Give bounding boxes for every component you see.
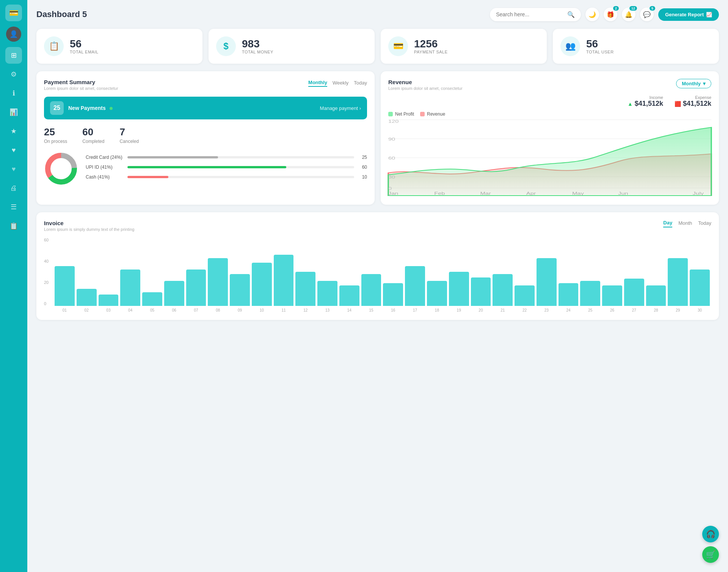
bell-btn[interactable]: 🔔 12 xyxy=(622,8,635,21)
donut-chart xyxy=(44,152,78,187)
stat-label-payment: PAYMENT SALE xyxy=(414,50,448,54)
invoice-bar xyxy=(690,270,710,306)
sidebar-item-dashboard[interactable]: ⊞ xyxy=(5,47,22,64)
invoice-x-label: 16 xyxy=(383,308,403,312)
invoice-x-label: 02 xyxy=(77,308,97,312)
invoice-bar xyxy=(142,292,162,306)
invoice-x-label: 15 xyxy=(361,308,381,312)
net-profit-dot xyxy=(388,112,393,116)
sidebar-item-print[interactable]: 🖨 xyxy=(5,180,22,196)
inv-tab-today[interactable]: Today xyxy=(698,220,711,227)
float-chat-btn[interactable]: 🎧 xyxy=(702,526,719,542)
page-title: Dashboard 5 xyxy=(36,9,490,19)
invoice-x-label: 08 xyxy=(208,308,228,312)
invoice-title: Invoice xyxy=(44,220,134,226)
invoice-x-label: 19 xyxy=(449,308,469,312)
inv-tab-month[interactable]: Month xyxy=(678,220,692,227)
sidebar-item-analytics[interactable]: 📊 xyxy=(5,104,22,121)
invoice-bar xyxy=(252,263,272,306)
stat-label-money: TOTAL MONEY xyxy=(242,50,273,54)
sidebar-item-list[interactable]: ☰ xyxy=(5,199,22,215)
svg-text:Jun: Jun xyxy=(618,191,628,196)
chevron-down-icon: ▾ xyxy=(703,81,706,86)
tab-today[interactable]: Today xyxy=(354,79,367,87)
chat-icon: 💬 xyxy=(643,11,651,18)
revenue-titles: Revenue Lorem ipsum dolor sit amet, cons… xyxy=(388,79,463,91)
report-icon: 📋 xyxy=(9,222,18,230)
invoice-x-label: 28 xyxy=(646,308,666,312)
bar-track-upi xyxy=(127,166,354,168)
stat-card-money: $ 983 TOTAL MONEY xyxy=(209,29,375,64)
invoice-bar xyxy=(624,279,644,306)
sidebar-item-liked[interactable]: ♥ xyxy=(5,142,22,158)
new-payments-left: 25 New Payments xyxy=(50,101,113,115)
invoice-bar xyxy=(537,258,557,306)
invoice-chart-container: 60 40 20 0 01020304050607080910111213141… xyxy=(44,238,711,312)
invoice-bar xyxy=(383,283,403,306)
sidebar-logo[interactable]: 💳 xyxy=(5,5,22,21)
sidebar-item-settings[interactable]: ⚙ xyxy=(5,66,22,83)
menu-icon: ☰ xyxy=(11,203,17,211)
stat-icon-email: 📋 xyxy=(44,36,64,56)
invoice-card: Invoice Lorem ipsum is simply dummy text… xyxy=(36,212,719,320)
sidebar-avatar[interactable]: 👤 xyxy=(6,27,21,42)
invoice-bar xyxy=(274,255,294,306)
inv-tab-day[interactable]: Day xyxy=(663,220,672,227)
invoice-bar xyxy=(427,281,447,306)
invoice-bar xyxy=(471,277,491,306)
invoice-x-label: 01 xyxy=(55,308,75,312)
invoice-bar xyxy=(580,281,600,306)
bar-track-cash xyxy=(127,176,354,178)
search-bar[interactable]: 🔍 xyxy=(490,8,581,21)
svg-text:60: 60 xyxy=(388,156,395,160)
revenue-dot xyxy=(420,112,425,116)
svg-text:Apr: Apr xyxy=(526,191,536,196)
payment-summary-card: Payment Summary Lorem ipsum dolor sit am… xyxy=(36,71,375,205)
sidebar-item-info[interactable]: ℹ xyxy=(5,85,22,102)
invoice-x-label: 25 xyxy=(580,308,600,312)
middle-row: Payment Summary Lorem ipsum dolor sit am… xyxy=(36,71,719,205)
search-input[interactable] xyxy=(496,11,564,17)
invoice-bar xyxy=(493,274,513,306)
pstat-num-canceled: 7 xyxy=(119,126,139,138)
pstat-canceled: 7 Canceled xyxy=(119,126,139,144)
invoice-x-label: 13 xyxy=(317,308,337,312)
revenue-monthly-dropdown[interactable]: Monthly ▾ xyxy=(676,79,711,88)
tab-weekly[interactable]: Weekly xyxy=(333,79,348,87)
sidebar-item-favorites[interactable]: ★ xyxy=(5,123,22,139)
invoice-x-label: 20 xyxy=(471,308,491,312)
float-cart-btn[interactable]: 🛒 xyxy=(702,546,719,563)
svg-text:Mar: Mar xyxy=(480,191,491,196)
payment-stats: 25 On process 60 Completed 7 Canceled xyxy=(44,126,367,144)
pstat-num-completed: 60 xyxy=(82,126,104,138)
theme-toggle-btn[interactable]: 🌙 xyxy=(585,8,599,21)
generate-report-btn[interactable]: Generate Report 📈 xyxy=(658,8,719,21)
stat-info-user: 56 TOTAL USER xyxy=(586,38,614,55)
invoice-bar xyxy=(515,285,535,306)
heart-icon: ♥ xyxy=(12,146,16,154)
sidebar-item-liked2[interactable]: ♥ xyxy=(5,161,22,177)
invoice-bar xyxy=(668,258,688,306)
invoice-header: Invoice Lorem ipsum is simply dummy text… xyxy=(44,220,711,232)
invoice-x-label: 21 xyxy=(493,308,513,312)
header-icons: 🌙 🎁 2 🔔 12 💬 5 Generate Report 📈 xyxy=(585,8,719,21)
stat-num-user: 56 xyxy=(586,38,614,50)
sidebar-item-report[interactable]: 📋 xyxy=(5,218,22,234)
stat-card-email: 📋 56 TOTAL EMAIL xyxy=(36,29,202,64)
search-icon[interactable]: 🔍 xyxy=(567,11,575,18)
manage-payment-link[interactable]: Manage payment › xyxy=(320,105,361,111)
invoice-chart-inner: 0102030405060708091011121314151617181920… xyxy=(44,238,711,312)
bar-fill-upi xyxy=(127,166,286,168)
invoice-x-label: 04 xyxy=(120,308,140,312)
pstat-num-onprocess: 25 xyxy=(44,126,67,138)
payment-summary-header: Payment Summary Lorem ipsum dolor sit am… xyxy=(44,79,367,91)
gift-btn[interactable]: 🎁 2 xyxy=(604,8,617,21)
payment-summary-titles: Payment Summary Lorem ipsum dolor sit am… xyxy=(44,79,118,91)
invoice-subtitle: Lorem ipsum is simply dummy text of the … xyxy=(44,227,134,232)
generate-btn-label: Generate Report xyxy=(665,12,704,17)
invoice-x-label: 07 xyxy=(186,308,206,312)
chat-btn[interactable]: 💬 5 xyxy=(640,8,654,21)
stat-icon-user: 👥 xyxy=(560,36,580,56)
invoice-bar xyxy=(186,270,206,306)
tab-monthly[interactable]: Monthly xyxy=(308,79,327,87)
